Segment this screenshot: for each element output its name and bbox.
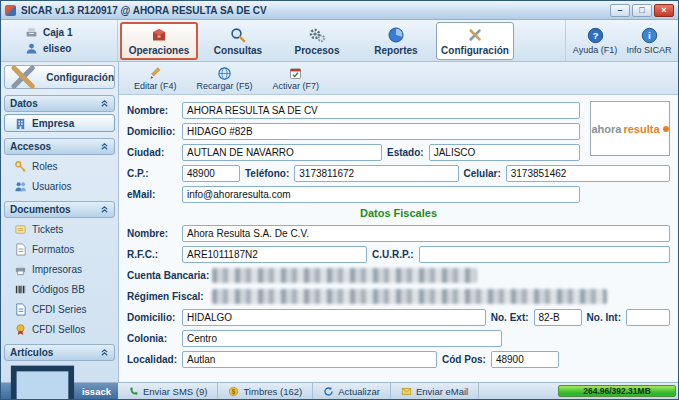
sidebar-section-accesos[interactable]: Accesos (4, 138, 115, 155)
timbres-button[interactable]: $ Timbres (162) (218, 383, 313, 399)
info-sicar-button[interactable]: i Info SICAR (622, 22, 676, 60)
nombre-field[interactable]: AHORA RESULTA SA DE CV (182, 102, 580, 119)
nombre-label: Nombre: (127, 105, 177, 116)
action-toolbar: Editar (F4) Recargar (F5) Activar (F7) (119, 62, 678, 95)
status-user: issack (1, 383, 118, 399)
seal-icon (14, 323, 27, 336)
tab-reportes[interactable]: Reportes (357, 22, 435, 60)
rfc-label: R.F.C.: (127, 249, 177, 260)
domicilio-field[interactable]: HIDAGO #82B (182, 123, 580, 140)
actualizar-button[interactable]: Actualizar (313, 383, 391, 399)
status-bar: issack Enviar SMS (9) $ Timbres (162) Ac… (1, 382, 678, 399)
status-user-label: issack (82, 386, 111, 397)
email-field[interactable]: info@ahoraresulta.com (182, 186, 580, 203)
tab-strip: Operaciones Consultas Procesos Reportes … (118, 20, 516, 61)
sidebar-item-roles[interactable]: Roles (4, 157, 115, 175)
minimize-button[interactable]: – (610, 4, 630, 17)
cod-pos-field[interactable]: 48900 (491, 351, 559, 368)
timbres-label: Timbres (162) (243, 386, 302, 397)
document-icon (14, 243, 27, 256)
celular-label: Celular: (464, 168, 501, 179)
cuenta-bancaria-redacted-field[interactable] (212, 268, 477, 283)
tab-procesos[interactable]: Procesos (278, 22, 356, 60)
localidad-field[interactable]: Autlan (182, 351, 437, 368)
enviar-email-label: Enviar eMail (416, 386, 468, 397)
item-label: CFDI Series (32, 304, 86, 315)
ayuda-button[interactable]: ? Ayuda (F1) (568, 22, 622, 60)
telefono-field[interactable]: 3173811672 (294, 165, 458, 182)
sidebar-item-impresoras[interactable]: Impresoras (4, 260, 115, 278)
user-icon (25, 42, 38, 55)
no-int-label: No. Int: (587, 312, 621, 323)
form-row: Régimen Fiscal: (127, 288, 670, 305)
celular-field[interactable]: 3173851462 (506, 165, 670, 182)
refresh-icon (323, 386, 334, 397)
maximize-button[interactable]: □ (632, 4, 652, 17)
regimen-fiscal-redacted-field[interactable] (212, 289, 607, 304)
recargar-label: Recargar (F5) (197, 81, 253, 91)
tab-consultas[interactable]: Consultas (199, 22, 277, 60)
cod-pos-label: Cód Pos: (442, 354, 486, 365)
user-label: eliseo (43, 43, 71, 54)
form-row: R.F.C.: ARE1011187N2 C.U.R.P.: (127, 246, 670, 263)
memory-gauge: 264.96/392.31MB (558, 385, 676, 397)
sidebar-item-usuarios[interactable]: Usuarios (4, 177, 115, 195)
key-icon (14, 160, 27, 173)
sidebar-item-tickets[interactable]: Tickets (4, 220, 115, 238)
memory-label: 264.96/392.31MB (583, 386, 651, 396)
printer-icon (14, 263, 27, 276)
close-button[interactable]: × (654, 4, 674, 17)
regimen-fiscal-label: Régimen Fiscal: (127, 291, 207, 302)
tab-configuracion[interactable]: Configuración (436, 22, 514, 60)
session-block: Caja 1 eliseo (1, 20, 118, 61)
empresa-form: ahora resulta Nombre: AHORA RESULTA SA D… (119, 95, 678, 382)
calendar-check-icon (288, 66, 303, 81)
app-icon (5, 5, 16, 16)
sidebar-section-documentos[interactable]: Documentos (4, 201, 115, 218)
users-icon (14, 180, 27, 193)
sidebar-item-empresa[interactable]: Empresa (4, 114, 115, 132)
section-label: Accesos (10, 141, 51, 152)
sidebar-item-codigos-bb[interactable]: Códigos BB (4, 280, 115, 298)
envelope-icon (401, 386, 412, 397)
rfc-field[interactable]: ARE1011187N2 (182, 246, 367, 263)
email-label: eMail: (127, 189, 177, 200)
sidebar-item-formatos[interactable]: Formatos (4, 240, 115, 258)
sidebar-item-cfdi-series[interactable]: CFDI Series (4, 300, 115, 318)
no-ext-field[interactable]: 82-B (534, 309, 582, 326)
tab-label: Reportes (374, 45, 417, 56)
info-label: Info SICAR (626, 45, 671, 55)
info-icon: i (641, 27, 658, 44)
sidebar-section-datos[interactable]: Datos (4, 95, 115, 112)
title-bar: SICAR v1.3 R120917 @ AHORA RESULTA SA DE… (1, 1, 678, 20)
app-window: SICAR v1.3 R120917 @ AHORA RESULTA SA DE… (0, 0, 679, 400)
form-row: Nombre: Ahora Resulta S.A. De C.V. (127, 225, 670, 242)
curp-field[interactable] (419, 246, 671, 263)
enviar-email-button[interactable]: Enviar eMail (391, 383, 479, 399)
item-label: Usuarios (32, 181, 71, 192)
pencil-icon (148, 66, 163, 81)
enviar-sms-button[interactable]: Enviar SMS (9) (118, 383, 218, 399)
sidebar-item-cfdi-sellos[interactable]: CFDI Sellos (4, 320, 115, 338)
cp-field[interactable]: 48900 (182, 165, 240, 182)
tab-operaciones[interactable]: Operaciones (120, 22, 198, 60)
ciudad-field[interactable]: AUTLAN DE NAVARRO (182, 144, 382, 161)
fiscal-domicilio-field[interactable]: HIDALGO (182, 309, 486, 326)
globe-icon (217, 66, 232, 81)
box-icon (150, 26, 168, 44)
editar-button[interactable]: Editar (F4) (127, 63, 184, 93)
editar-label: Editar (F4) (134, 81, 177, 91)
chevron-up-icon (100, 348, 109, 357)
activar-button[interactable]: Activar (F7) (266, 63, 327, 93)
svg-text:$: $ (232, 387, 236, 395)
ciudad-label: Ciudad: (127, 147, 177, 158)
estado-field[interactable]: JALISCO (429, 144, 580, 161)
recargar-button[interactable]: Recargar (F5) (190, 63, 260, 93)
cfdi-document-icon (14, 303, 27, 316)
sidebar-title[interactable]: Configuración (4, 65, 115, 89)
fiscal-nombre-field[interactable]: Ahora Resulta S.A. De C.V. (182, 225, 670, 242)
ayuda-label: Ayuda (F1) (573, 45, 617, 55)
colonia-field[interactable]: Centro (182, 330, 502, 347)
pie-chart-icon (387, 26, 405, 44)
no-int-field[interactable] (626, 309, 670, 326)
